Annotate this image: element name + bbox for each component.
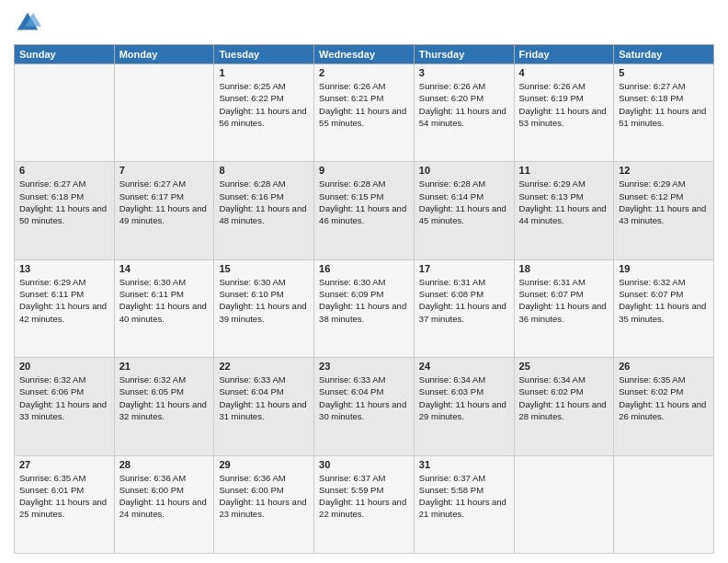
- day-number: 5: [619, 67, 709, 78]
- day-cell: 28Sunrise: 6:36 AM Sunset: 6:00 PM Dayli…: [114, 455, 214, 553]
- day-number: 18: [519, 263, 609, 274]
- day-info: Sunrise: 6:27 AM Sunset: 6:18 PM Dayligh…: [619, 80, 709, 129]
- day-number: 13: [19, 263, 109, 274]
- day-number: 1: [219, 67, 309, 78]
- day-cell: 27Sunrise: 6:35 AM Sunset: 6:01 PM Dayli…: [15, 455, 115, 553]
- day-number: 23: [319, 361, 409, 372]
- day-cell: [15, 64, 115, 162]
- day-info: Sunrise: 6:27 AM Sunset: 6:17 PM Dayligh…: [119, 178, 210, 226]
- day-number: 11: [519, 165, 609, 176]
- day-info: Sunrise: 6:28 AM Sunset: 6:15 PM Dayligh…: [319, 178, 409, 226]
- day-cell: 9Sunrise: 6:28 AM Sunset: 6:15 PM Daylig…: [314, 162, 415, 259]
- day-number: 25: [519, 361, 609, 372]
- day-number: 15: [219, 263, 309, 274]
- day-info: Sunrise: 6:35 AM Sunset: 6:02 PM Dayligh…: [619, 373, 709, 422]
- day-cell: 17Sunrise: 6:31 AM Sunset: 6:08 PM Dayli…: [414, 259, 514, 357]
- day-cell: 22Sunrise: 6:33 AM Sunset: 6:04 PM Dayli…: [214, 358, 314, 455]
- day-cell: 10Sunrise: 6:28 AM Sunset: 6:14 PM Dayli…: [414, 162, 514, 259]
- day-info: Sunrise: 6:37 AM Sunset: 5:59 PM Dayligh…: [319, 472, 409, 521]
- weekday-header-saturday: Saturday: [614, 45, 714, 64]
- logo: [14, 9, 45, 37]
- day-info: Sunrise: 6:26 AM Sunset: 6:21 PM Dayligh…: [319, 80, 409, 129]
- day-cell: 21Sunrise: 6:32 AM Sunset: 6:05 PM Dayli…: [114, 358, 214, 455]
- day-cell: 16Sunrise: 6:30 AM Sunset: 6:09 PM Dayli…: [314, 259, 415, 357]
- day-cell: 14Sunrise: 6:30 AM Sunset: 6:11 PM Dayli…: [114, 259, 214, 357]
- day-info: Sunrise: 6:36 AM Sunset: 6:00 PM Dayligh…: [219, 472, 309, 521]
- calendar: SundayMondayTuesdayWednesdayThursdayFrid…: [14, 44, 714, 554]
- day-info: Sunrise: 6:33 AM Sunset: 6:04 PM Dayligh…: [219, 373, 309, 422]
- day-number: 8: [219, 165, 309, 176]
- day-number: 14: [119, 263, 210, 274]
- day-cell: 3Sunrise: 6:26 AM Sunset: 6:20 PM Daylig…: [414, 64, 514, 162]
- day-info: Sunrise: 6:30 AM Sunset: 6:11 PM Dayligh…: [119, 276, 210, 325]
- weekday-header-row: SundayMondayTuesdayWednesdayThursdayFrid…: [15, 45, 714, 64]
- day-number: 20: [19, 361, 109, 372]
- logo-icon: [14, 9, 41, 37]
- day-number: 9: [319, 165, 409, 176]
- day-cell: 30Sunrise: 6:37 AM Sunset: 5:59 PM Dayli…: [314, 455, 415, 553]
- day-number: 6: [19, 165, 109, 176]
- day-cell: 19Sunrise: 6:32 AM Sunset: 6:07 PM Dayli…: [614, 259, 714, 357]
- day-info: Sunrise: 6:28 AM Sunset: 6:16 PM Dayligh…: [219, 178, 309, 226]
- header: [14, 9, 714, 37]
- week-row-3: 13Sunrise: 6:29 AM Sunset: 6:11 PM Dayli…: [15, 259, 714, 357]
- day-info: Sunrise: 6:36 AM Sunset: 6:00 PM Dayligh…: [119, 472, 210, 521]
- day-info: Sunrise: 6:34 AM Sunset: 6:03 PM Dayligh…: [419, 373, 509, 422]
- day-cell: 25Sunrise: 6:34 AM Sunset: 6:02 PM Dayli…: [514, 358, 614, 455]
- day-cell: [514, 455, 614, 553]
- day-number: 21: [119, 361, 210, 372]
- day-cell: 2Sunrise: 6:26 AM Sunset: 6:21 PM Daylig…: [314, 64, 415, 162]
- day-cell: 15Sunrise: 6:30 AM Sunset: 6:10 PM Dayli…: [214, 259, 314, 357]
- day-cell: 5Sunrise: 6:27 AM Sunset: 6:18 PM Daylig…: [614, 64, 714, 162]
- day-number: 28: [119, 459, 210, 470]
- day-number: 30: [319, 459, 409, 470]
- weekday-header-friday: Friday: [514, 45, 614, 64]
- day-cell: 26Sunrise: 6:35 AM Sunset: 6:02 PM Dayli…: [614, 358, 714, 455]
- day-cell: 29Sunrise: 6:36 AM Sunset: 6:00 PM Dayli…: [214, 455, 314, 553]
- day-cell: [114, 64, 214, 162]
- day-cell: 12Sunrise: 6:29 AM Sunset: 6:12 PM Dayli…: [614, 162, 714, 259]
- day-number: 19: [619, 263, 709, 274]
- weekday-header-wednesday: Wednesday: [314, 45, 415, 64]
- day-number: 26: [619, 361, 709, 372]
- day-info: Sunrise: 6:30 AM Sunset: 6:09 PM Dayligh…: [319, 276, 409, 325]
- weekday-header-thursday: Thursday: [414, 45, 514, 64]
- day-cell: 8Sunrise: 6:28 AM Sunset: 6:16 PM Daylig…: [214, 162, 314, 259]
- day-cell: 23Sunrise: 6:33 AM Sunset: 6:04 PM Dayli…: [314, 358, 415, 455]
- weekday-header-sunday: Sunday: [15, 45, 115, 64]
- day-number: 24: [419, 361, 509, 372]
- day-info: Sunrise: 6:28 AM Sunset: 6:14 PM Dayligh…: [419, 178, 509, 226]
- day-cell: 1Sunrise: 6:25 AM Sunset: 6:22 PM Daylig…: [214, 64, 314, 162]
- weekday-header-tuesday: Tuesday: [214, 45, 314, 64]
- day-info: Sunrise: 6:27 AM Sunset: 6:18 PM Dayligh…: [19, 178, 109, 226]
- day-info: Sunrise: 6:32 AM Sunset: 6:06 PM Dayligh…: [19, 373, 109, 422]
- day-cell: [614, 455, 714, 553]
- day-info: Sunrise: 6:34 AM Sunset: 6:02 PM Dayligh…: [519, 373, 609, 422]
- day-cell: 18Sunrise: 6:31 AM Sunset: 6:07 PM Dayli…: [514, 259, 614, 357]
- day-cell: 20Sunrise: 6:32 AM Sunset: 6:06 PM Dayli…: [15, 358, 115, 455]
- day-info: Sunrise: 6:29 AM Sunset: 6:13 PM Dayligh…: [519, 178, 609, 226]
- day-number: 17: [419, 263, 509, 274]
- day-cell: 31Sunrise: 6:37 AM Sunset: 5:58 PM Dayli…: [414, 455, 514, 553]
- day-number: 7: [119, 165, 210, 176]
- day-info: Sunrise: 6:26 AM Sunset: 6:20 PM Dayligh…: [419, 80, 509, 129]
- page: SundayMondayTuesdayWednesdayThursdayFrid…: [0, 0, 728, 563]
- day-info: Sunrise: 6:30 AM Sunset: 6:10 PM Dayligh…: [219, 276, 309, 325]
- day-cell: 4Sunrise: 6:26 AM Sunset: 6:19 PM Daylig…: [514, 64, 614, 162]
- week-row-5: 27Sunrise: 6:35 AM Sunset: 6:01 PM Dayli…: [15, 455, 714, 553]
- day-info: Sunrise: 6:31 AM Sunset: 6:08 PM Dayligh…: [419, 276, 509, 325]
- day-cell: 7Sunrise: 6:27 AM Sunset: 6:17 PM Daylig…: [114, 162, 214, 259]
- day-cell: 11Sunrise: 6:29 AM Sunset: 6:13 PM Dayli…: [514, 162, 614, 259]
- day-info: Sunrise: 6:31 AM Sunset: 6:07 PM Dayligh…: [519, 276, 609, 325]
- day-number: 3: [419, 67, 509, 78]
- day-number: 2: [319, 67, 409, 78]
- day-number: 29: [219, 459, 309, 470]
- day-number: 27: [19, 459, 109, 470]
- day-info: Sunrise: 6:29 AM Sunset: 6:12 PM Dayligh…: [619, 178, 709, 226]
- day-info: Sunrise: 6:35 AM Sunset: 6:01 PM Dayligh…: [19, 472, 109, 521]
- day-number: 10: [419, 165, 509, 176]
- day-info: Sunrise: 6:26 AM Sunset: 6:19 PM Dayligh…: [519, 80, 609, 129]
- day-cell: 24Sunrise: 6:34 AM Sunset: 6:03 PM Dayli…: [414, 358, 514, 455]
- day-cell: 13Sunrise: 6:29 AM Sunset: 6:11 PM Dayli…: [15, 259, 115, 357]
- day-cell: 6Sunrise: 6:27 AM Sunset: 6:18 PM Daylig…: [15, 162, 115, 259]
